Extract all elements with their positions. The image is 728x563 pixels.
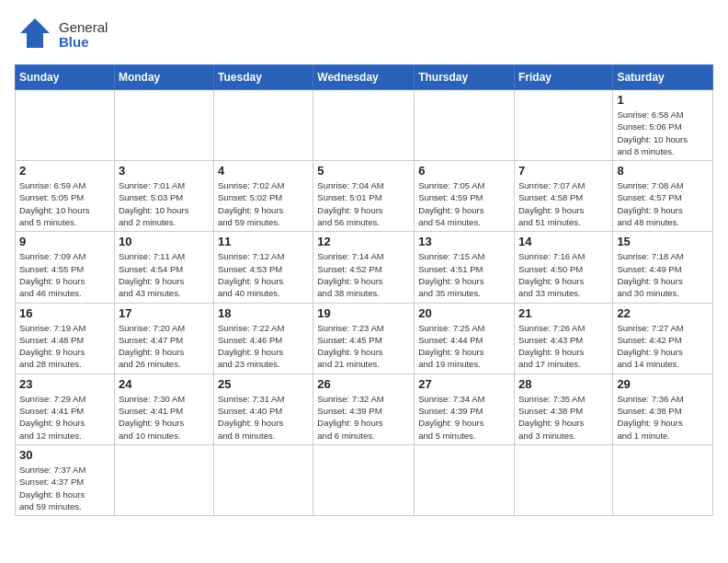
day-number: 4 [218,164,309,178]
day-info: Sunrise: 7:16 AM Sunset: 4:50 PM Dayligh… [518,250,609,299]
logo-text-block: General Blue [59,20,108,51]
calendar-table: SundayMondayTuesdayWednesdayThursdayFrid… [15,64,713,516]
calendar-cell: 27Sunrise: 7:34 AM Sunset: 4:39 PM Dayli… [415,373,515,444]
weekday-header-monday: Monday [114,65,213,90]
calendar-cell: 22Sunrise: 7:27 AM Sunset: 4:42 PM Dayli… [613,303,713,373]
day-number: 24 [119,377,210,391]
day-info: Sunrise: 7:12 AM Sunset: 4:53 PM Dayligh… [218,250,309,299]
day-number: 8 [617,164,709,178]
calendar-cell: 20Sunrise: 7:25 AM Sunset: 4:44 PM Dayli… [415,303,515,373]
day-info: Sunrise: 7:19 AM Sunset: 4:48 PM Dayligh… [19,322,110,371]
day-info: Sunrise: 7:34 AM Sunset: 4:39 PM Dayligh… [418,393,510,442]
calendar-cell: 1Sunrise: 6:58 AM Sunset: 5:06 PM Daylig… [613,90,713,161]
day-number: 21 [518,306,609,320]
day-number: 22 [617,306,709,320]
day-number: 15 [617,235,709,248]
calendar-cell: 10Sunrise: 7:11 AM Sunset: 4:54 PM Dayli… [114,232,213,303]
weekday-header-sunday: Sunday [16,65,115,90]
calendar-cell: 26Sunrise: 7:32 AM Sunset: 4:39 PM Dayli… [313,373,415,444]
calendar-cell [313,444,415,515]
weekday-header-wednesday: Wednesday [313,65,415,90]
day-number: 7 [518,164,609,178]
day-info: Sunrise: 7:01 AM Sunset: 5:03 PM Dayligh… [119,179,210,228]
calendar-cell: 14Sunrise: 7:16 AM Sunset: 4:50 PM Dayli… [514,232,612,303]
weekday-header-row: SundayMondayTuesdayWednesdayThursdayFrid… [16,65,713,90]
day-info: Sunrise: 7:29 AM Sunset: 4:41 PM Dayligh… [19,393,110,442]
day-info: Sunrise: 7:37 AM Sunset: 4:37 PM Dayligh… [19,464,110,512]
day-info: Sunrise: 7:07 AM Sunset: 4:58 PM Dayligh… [518,179,609,228]
calendar-cell: 13Sunrise: 7:15 AM Sunset: 4:51 PM Dayli… [415,232,515,303]
day-number: 19 [317,306,410,320]
day-info: Sunrise: 7:09 AM Sunset: 4:55 PM Dayligh… [19,250,110,299]
day-info: Sunrise: 7:23 AM Sunset: 4:45 PM Dayligh… [317,322,410,371]
day-info: Sunrise: 7:31 AM Sunset: 4:40 PM Dayligh… [218,393,309,442]
calendar-cell: 15Sunrise: 7:18 AM Sunset: 4:49 PM Dayli… [613,232,713,303]
calendar-cell [415,90,515,161]
calendar-cell: 17Sunrise: 7:20 AM Sunset: 4:47 PM Dayli… [114,303,213,373]
calendar-cell [313,90,415,161]
day-number: 28 [518,377,609,391]
day-number: 12 [317,235,410,248]
calendar-cell [114,90,213,161]
calendar-cell [514,90,612,161]
calendar-cell [214,444,313,515]
day-number: 3 [119,164,210,178]
calendar-cell [16,90,115,161]
calendar-cell [214,90,313,161]
day-info: Sunrise: 6:58 AM Sunset: 5:06 PM Dayligh… [617,109,709,157]
day-number: 10 [119,235,210,248]
week-row-3: 9Sunrise: 7:09 AM Sunset: 4:55 PM Daylig… [16,232,713,303]
week-row-6: 30Sunrise: 7:37 AM Sunset: 4:37 PM Dayli… [16,444,713,515]
day-number: 18 [218,306,309,320]
day-number: 17 [119,306,210,320]
day-info: Sunrise: 7:25 AM Sunset: 4:44 PM Dayligh… [418,322,510,371]
calendar-cell: 25Sunrise: 7:31 AM Sunset: 4:40 PM Dayli… [214,373,313,444]
week-row-4: 16Sunrise: 7:19 AM Sunset: 4:48 PM Dayli… [16,303,713,373]
day-info: Sunrise: 7:02 AM Sunset: 5:02 PM Dayligh… [218,179,309,228]
weekday-header-tuesday: Tuesday [214,65,313,90]
calendar-cell: 29Sunrise: 7:36 AM Sunset: 4:38 PM Dayli… [613,373,713,444]
day-info: Sunrise: 7:14 AM Sunset: 4:52 PM Dayligh… [317,250,410,299]
day-info: Sunrise: 7:18 AM Sunset: 4:49 PM Dayligh… [617,250,709,299]
calendar-cell: 3Sunrise: 7:01 AM Sunset: 5:03 PM Daylig… [114,161,213,232]
calendar-cell: 8Sunrise: 7:08 AM Sunset: 4:57 PM Daylig… [613,161,713,232]
calendar-cell [613,444,713,515]
day-number: 23 [19,377,110,391]
day-number: 2 [19,164,110,178]
calendar-cell: 11Sunrise: 7:12 AM Sunset: 4:53 PM Dayli… [214,232,313,303]
day-number: 6 [418,164,510,178]
day-number: 5 [317,164,410,178]
page-header: General Blue [15,15,713,55]
calendar-cell: 4Sunrise: 7:02 AM Sunset: 5:02 PM Daylig… [214,161,313,232]
day-info: Sunrise: 7:26 AM Sunset: 4:43 PM Dayligh… [518,322,609,371]
day-number: 1 [617,93,709,107]
day-number: 14 [518,235,609,248]
logo-general-line: General [59,20,108,36]
day-info: Sunrise: 7:36 AM Sunset: 4:38 PM Dayligh… [617,393,709,442]
calendar-cell [415,444,515,515]
day-info: Sunrise: 7:27 AM Sunset: 4:42 PM Dayligh… [617,322,709,371]
calendar-cell: 12Sunrise: 7:14 AM Sunset: 4:52 PM Dayli… [313,232,415,303]
calendar-cell: 16Sunrise: 7:19 AM Sunset: 4:48 PM Dayli… [16,303,115,373]
calendar-cell: 2Sunrise: 6:59 AM Sunset: 5:05 PM Daylig… [16,161,115,232]
day-info: Sunrise: 7:05 AM Sunset: 4:59 PM Dayligh… [418,179,510,228]
day-number: 30 [19,448,110,462]
day-number: 11 [218,235,309,248]
calendar-cell: 6Sunrise: 7:05 AM Sunset: 4:59 PM Daylig… [415,161,515,232]
day-info: Sunrise: 7:08 AM Sunset: 4:57 PM Dayligh… [617,179,709,228]
day-number: 29 [617,377,709,391]
day-number: 25 [218,377,309,391]
week-row-2: 2Sunrise: 6:59 AM Sunset: 5:05 PM Daylig… [16,161,713,232]
weekday-header-thursday: Thursday [415,65,515,90]
logo-blue: Blue [59,34,89,50]
calendar-cell [514,444,612,515]
day-info: Sunrise: 6:59 AM Sunset: 5:05 PM Dayligh… [19,179,110,228]
logo-svg [15,15,55,55]
logo-general: General [59,19,108,35]
day-info: Sunrise: 7:11 AM Sunset: 4:54 PM Dayligh… [119,250,210,299]
calendar-cell: 24Sunrise: 7:30 AM Sunset: 4:41 PM Dayli… [114,373,213,444]
day-number: 13 [418,235,510,248]
week-row-1: 1Sunrise: 6:58 AM Sunset: 5:06 PM Daylig… [16,90,713,161]
day-number: 9 [19,235,110,248]
calendar-cell: 19Sunrise: 7:23 AM Sunset: 4:45 PM Dayli… [313,303,415,373]
